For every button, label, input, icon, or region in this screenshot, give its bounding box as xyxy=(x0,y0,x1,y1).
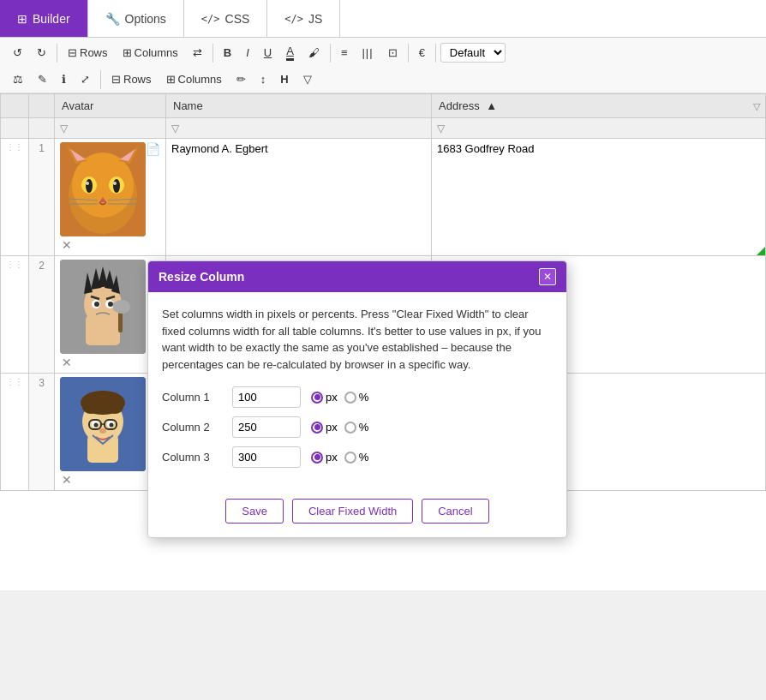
font-color-button[interactable]: A xyxy=(280,41,300,64)
columns-label: Columns xyxy=(135,46,178,59)
rows-icon: ⊟ xyxy=(68,46,77,59)
builder-icon: ⊞ xyxy=(17,12,27,26)
column2-px-label: px xyxy=(326,421,338,434)
column3-percent-radio[interactable] xyxy=(344,452,356,464)
tab-js[interactable]: </> JS xyxy=(267,0,340,37)
resize-button[interactable]: ⤢ xyxy=(75,69,96,89)
column2-percent-option[interactable]: % xyxy=(344,421,369,434)
balance-button[interactable]: ⚖ xyxy=(7,69,29,89)
underline-button[interactable]: U xyxy=(258,43,278,63)
column3-percent-label: % xyxy=(359,451,369,464)
column1-label: Column 1 xyxy=(162,391,222,404)
column1-px-label: px xyxy=(326,391,338,404)
column3-px-label: px xyxy=(326,451,338,464)
bars-button[interactable]: ||| xyxy=(356,43,379,63)
tab-builder[interactable]: ⊞ Builder xyxy=(0,0,88,37)
modal-body: Set columns width in pixels or percents.… xyxy=(148,292,566,490)
column1-percent-option[interactable]: % xyxy=(344,391,369,404)
column3-px-radio[interactable] xyxy=(311,452,323,464)
column1-px-radio[interactable] xyxy=(311,392,323,404)
rows-button[interactable]: ⊟ Rows xyxy=(62,43,114,63)
tab-options[interactable]: 🔧 Options xyxy=(88,0,184,37)
redo-button[interactable]: ↻ xyxy=(31,43,52,63)
column1-row: Column 1 px % xyxy=(162,386,553,408)
clear-fixed-width-button[interactable]: Clear Fixed Width xyxy=(292,499,413,524)
column3-input[interactable] xyxy=(232,446,301,468)
toolbar-row1: ↺ ↻ ⊟ Rows ⊞ Columns ⇄ B I U A 🖌 ≡ ||| ⊡… xyxy=(0,38,766,93)
column2-percent-label: % xyxy=(359,421,369,434)
column3-row: Column 3 px % xyxy=(162,446,553,468)
column3-percent-option[interactable]: % xyxy=(344,451,369,464)
column2-px-radio[interactable] xyxy=(311,422,323,434)
italic-button[interactable]: I xyxy=(240,43,255,63)
column2-input[interactable] xyxy=(232,416,301,438)
table-container: Avatar Name Address ▲ ▽ ▽ ▽ xyxy=(0,93,766,590)
tab-css[interactable]: </> CSS xyxy=(184,0,267,37)
rows-label: Rows xyxy=(80,46,108,59)
column1-percent-label: % xyxy=(359,391,369,404)
column3-radio-group: px % xyxy=(311,451,368,464)
font-color-icon: A xyxy=(286,45,294,61)
options-icon: 🔧 xyxy=(105,12,120,26)
editbox-button[interactable]: ✏ xyxy=(230,69,252,89)
tab-css-label: CSS xyxy=(225,12,250,26)
modal-footer: Save Clear Fixed Width Cancel xyxy=(148,490,566,537)
resize-column-modal: Resize Column ✕ Set columns width in pix… xyxy=(147,260,567,538)
paint-button[interactable]: 🖌 xyxy=(302,43,326,63)
columns2-icon: ⊞ xyxy=(166,73,176,86)
tab-options-label: Options xyxy=(125,12,166,26)
column3-px-option[interactable]: px xyxy=(311,451,338,464)
sep2 xyxy=(212,44,213,63)
modal-close-button[interactable]: ✕ xyxy=(539,268,556,285)
sep5 xyxy=(435,44,436,63)
top-nav: ⊞ Builder 🔧 Options </> CSS </> JS xyxy=(0,0,766,38)
default-select[interactable]: Default xyxy=(440,43,506,63)
edit-button[interactable]: ✎ xyxy=(32,69,53,89)
column1-percent-radio[interactable] xyxy=(344,392,356,404)
column2-percent-radio[interactable] xyxy=(344,422,356,434)
columns2-label: Columns xyxy=(178,73,222,86)
rows2-label: Rows xyxy=(123,73,152,86)
sep6 xyxy=(100,70,101,89)
cancel-button[interactable]: Cancel xyxy=(422,499,488,524)
filter-button[interactable]: ▽ xyxy=(297,69,318,89)
column1-input[interactable] xyxy=(232,386,301,408)
align-button[interactable]: ≡ xyxy=(335,43,354,63)
modal-title: Resize Column xyxy=(159,270,244,284)
sep3 xyxy=(330,44,331,63)
sort-button[interactable]: ↕ xyxy=(254,69,272,89)
column3-label: Column 3 xyxy=(162,451,222,464)
modal-overlay: Resize Column ✕ Set columns width in pix… xyxy=(0,93,766,590)
info-button[interactable]: ℹ xyxy=(56,69,72,89)
css-icon: </> xyxy=(201,13,220,25)
undo-button[interactable]: ↺ xyxy=(7,43,28,63)
currency-button[interactable]: € xyxy=(413,43,431,63)
modal-header: Resize Column ✕ xyxy=(148,261,566,292)
bold-button[interactable]: B xyxy=(218,43,237,63)
columns-button[interactable]: ⊞ Columns xyxy=(117,43,184,63)
column1-radio-group: px % xyxy=(311,391,368,404)
rows2-button[interactable]: ⊟ Rows xyxy=(105,69,158,89)
columns-icon: ⊞ xyxy=(123,46,132,59)
column2-row: Column 2 px % xyxy=(162,416,553,438)
column2-label: Column 2 xyxy=(162,421,222,434)
transfer-button[interactable]: ⇄ xyxy=(187,43,208,63)
save-button[interactable]: Save xyxy=(225,499,284,524)
modal-description: Set columns width in pixels or percents.… xyxy=(162,306,553,373)
tab-builder-label: Builder xyxy=(33,12,70,26)
columns2-button[interactable]: ⊞ Columns xyxy=(160,69,228,89)
column1-px-option[interactable]: px xyxy=(311,391,338,404)
export-button[interactable]: ⊡ xyxy=(382,43,404,63)
rows2-icon: ⊟ xyxy=(111,73,121,86)
sep4 xyxy=(408,44,409,63)
column2-px-option[interactable]: px xyxy=(311,421,338,434)
header-button[interactable]: H xyxy=(274,69,294,89)
column2-radio-group: px % xyxy=(311,421,368,434)
sep1 xyxy=(57,44,57,63)
tab-js-label: JS xyxy=(308,12,322,26)
js-icon: </> xyxy=(284,13,303,25)
